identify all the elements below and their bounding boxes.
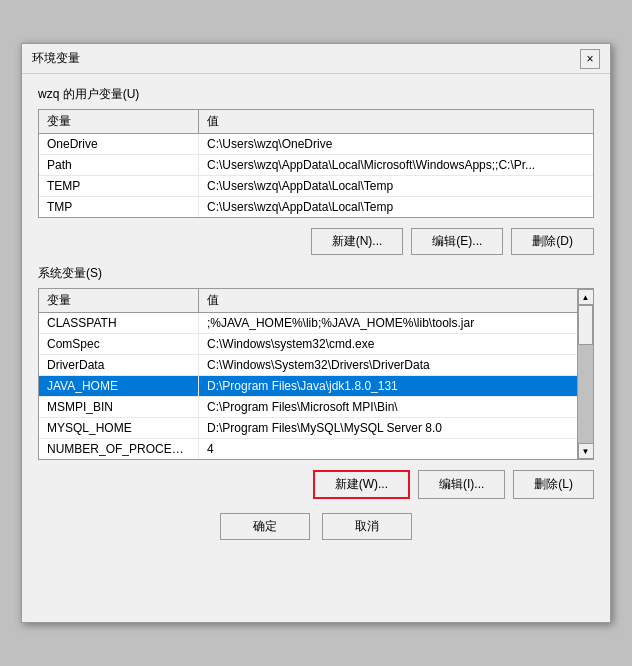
table-row[interactable]: CLASSPATH ;%JAVA_HOME%\lib;%JAVA_HOME%\l… <box>39 313 577 334</box>
sys-row-1-var: ComSpec <box>39 334 199 354</box>
scroll-down-button[interactable]: ▼ <box>578 443 594 459</box>
sys-new-button[interactable]: 新建(W)... <box>313 470 410 499</box>
dialog-title: 环境变量 <box>32 50 80 67</box>
title-bar: 环境变量 × <box>22 44 610 74</box>
user-section-label: wzq 的用户变量(U) <box>38 86 594 103</box>
sys-row-0-var: CLASSPATH <box>39 313 199 333</box>
sys-row-2-var: DriverData <box>39 355 199 375</box>
sys-table-scrollbar[interactable]: ▲ ▼ <box>577 289 593 459</box>
table-row[interactable]: TMP C:\Users\wzq\AppData\Local\Temp <box>39 197 593 217</box>
table-row-java-home[interactable]: JAVA_HOME D:\Program Files\Java\jdk1.8.0… <box>39 376 577 397</box>
table-row[interactable]: ComSpec C:\Windows\system32\cmd.exe <box>39 334 577 355</box>
user-table-header: 变量 值 <box>39 110 593 134</box>
table-row[interactable]: DriverData C:\Windows\System32\Drivers\D… <box>39 355 577 376</box>
user-variables-table: 变量 值 OneDrive C:\Users\wzq\OneDrive Path… <box>38 109 594 218</box>
user-header-val: 值 <box>199 110 593 133</box>
bottom-button-row: 确定 取消 <box>38 513 594 540</box>
sys-table-wrapper: 变量 值 CLASSPATH ;%JAVA_HOME%\lib;%JAVA_HO… <box>39 289 593 459</box>
user-delete-button[interactable]: 删除(D) <box>511 228 594 255</box>
sys-row-6-var: NUMBER_OF_PROCESSORS <box>39 439 199 459</box>
sys-table-body: CLASSPATH ;%JAVA_HOME%\lib;%JAVA_HOME%\l… <box>39 313 577 459</box>
user-row-0-val: C:\Users\wzq\OneDrive <box>199 134 593 154</box>
table-row[interactable]: MYSQL_HOME D:\Program Files\MySQL\MySQL … <box>39 418 577 439</box>
scroll-up-button[interactable]: ▲ <box>578 289 594 305</box>
user-row-3-var: TMP <box>39 197 199 217</box>
scrollbar-thumb[interactable] <box>578 305 593 345</box>
user-button-row: 新建(N)... 编辑(E)... 删除(D) <box>38 228 594 255</box>
env-var-dialog: 环境变量 × wzq 的用户变量(U) 变量 值 OneDrive C:\Use… <box>21 43 611 623</box>
user-row-1-val: C:\Users\wzq\AppData\Local\Microsoft\Win… <box>199 155 593 175</box>
sys-row-0-val: ;%JAVA_HOME%\lib;%JAVA_HOME%\lib\tools.j… <box>199 313 577 333</box>
sys-edit-button[interactable]: 编辑(I)... <box>418 470 505 499</box>
table-row[interactable]: TEMP C:\Users\wzq\AppData\Local\Temp <box>39 176 593 197</box>
cancel-button[interactable]: 取消 <box>322 513 412 540</box>
dialog-body: wzq 的用户变量(U) 变量 值 OneDrive C:\Users\wzq\… <box>22 74 610 552</box>
sys-row-3-val: D:\Program Files\Java\jdk1.8.0_131 <box>199 376 577 396</box>
sys-row-5-val: D:\Program Files\MySQL\MySQL Server 8.0 <box>199 418 577 438</box>
sys-row-4-val: C:\Program Files\Microsoft MPI\Bin\ <box>199 397 577 417</box>
user-row-2-var: TEMP <box>39 176 199 196</box>
sys-table-header: 变量 值 <box>39 289 577 313</box>
user-row-2-val: C:\Users\wzq\AppData\Local\Temp <box>199 176 593 196</box>
sys-delete-button[interactable]: 删除(L) <box>513 470 594 499</box>
sys-row-4-var: MSMPI_BIN <box>39 397 199 417</box>
sys-header-val: 值 <box>199 289 577 312</box>
sys-row-5-var: MYSQL_HOME <box>39 418 199 438</box>
sys-row-1-val: C:\Windows\system32\cmd.exe <box>199 334 577 354</box>
user-row-0-var: OneDrive <box>39 134 199 154</box>
table-row[interactable]: Path C:\Users\wzq\AppData\Local\Microsof… <box>39 155 593 176</box>
user-row-1-var: Path <box>39 155 199 175</box>
user-header-var: 变量 <box>39 110 199 133</box>
sys-table-inner: 变量 值 CLASSPATH ;%JAVA_HOME%\lib;%JAVA_HO… <box>39 289 577 459</box>
ok-button[interactable]: 确定 <box>220 513 310 540</box>
sys-button-row: 新建(W)... 编辑(I)... 删除(L) <box>38 470 594 499</box>
scroll-up-icon: ▲ <box>582 293 590 302</box>
user-edit-button[interactable]: 编辑(E)... <box>411 228 503 255</box>
scrollbar-track[interactable] <box>578 305 593 443</box>
sys-row-3-var: JAVA_HOME <box>39 376 199 396</box>
sys-row-2-val: C:\Windows\System32\Drivers\DriverData <box>199 355 577 375</box>
sys-variables-table: 变量 值 CLASSPATH ;%JAVA_HOME%\lib;%JAVA_HO… <box>38 288 594 460</box>
sys-section-label: 系统变量(S) <box>38 265 594 282</box>
user-table-body: OneDrive C:\Users\wzq\OneDrive Path C:\U… <box>39 134 593 217</box>
table-row[interactable]: OneDrive C:\Users\wzq\OneDrive <box>39 134 593 155</box>
user-new-button[interactable]: 新建(N)... <box>311 228 404 255</box>
user-row-3-val: C:\Users\wzq\AppData\Local\Temp <box>199 197 593 217</box>
table-row[interactable]: MSMPI_BIN C:\Program Files\Microsoft MPI… <box>39 397 577 418</box>
close-button[interactable]: × <box>580 49 600 69</box>
sys-row-6-val: 4 <box>199 439 577 459</box>
scroll-down-icon: ▼ <box>582 447 590 456</box>
table-row[interactable]: NUMBER_OF_PROCESSORS 4 <box>39 439 577 459</box>
sys-header-var: 变量 <box>39 289 199 312</box>
